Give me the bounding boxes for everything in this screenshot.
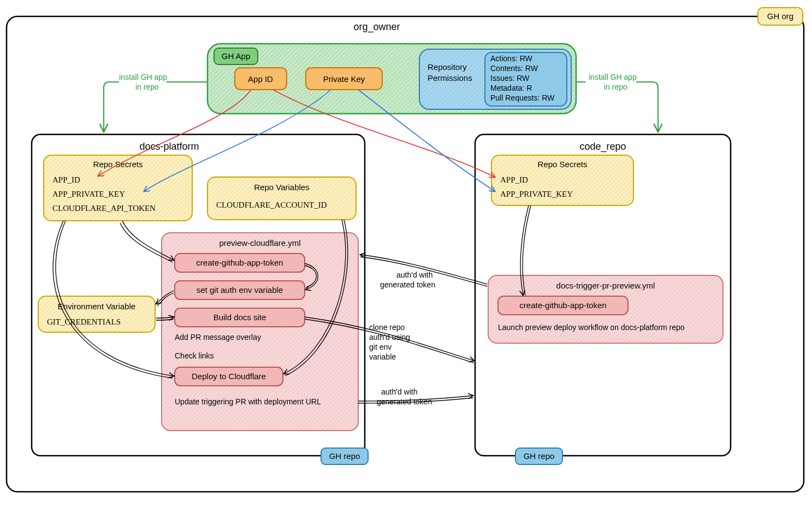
svg-text:install GH app: install GH app xyxy=(119,73,167,81)
repo-permissions-box: RepositoryPermissions Actions: RW Conten… xyxy=(419,49,571,109)
svg-text:docs-trigger-pr-preview.yml: docs-trigger-pr-preview.yml xyxy=(556,281,655,290)
install-right: install GH app in repo xyxy=(576,73,658,131)
code-repo: code_repo Repo Secrets APP_ID APP_PRIVAT… xyxy=(475,134,731,464)
code-repo-badge: GH repo xyxy=(524,451,555,461)
svg-text:Contents: RW: Contents: RW xyxy=(490,64,538,73)
svg-text:clone repo: clone repo xyxy=(369,323,405,332)
svg-text:Actions: RW: Actions: RW xyxy=(490,54,533,63)
svg-text:auth'd with: auth'd with xyxy=(381,387,418,396)
svg-text:App ID: App ID xyxy=(248,74,273,84)
app-id-box: App ID xyxy=(235,68,287,90)
svg-text:in repo: in repo xyxy=(135,83,159,91)
svg-text:in repo: in repo xyxy=(604,83,627,91)
docs-platform-repo: docs-platform Repo Secrets APP_ID APP_PR… xyxy=(32,134,368,464)
svg-text:Update triggering PR with depl: Update triggering PR with deployment URL xyxy=(175,397,321,406)
diagram-canvas: org_owner GH org GH App App ID Private K… xyxy=(0,0,812,518)
code-repo-secrets: Repo Secrets APP_ID APP_PRIVATE_KEY xyxy=(491,155,633,205)
svg-text:Issues: RW: Issues: RW xyxy=(490,74,530,83)
svg-text:Check links: Check links xyxy=(175,351,214,360)
svg-text:Add PR message overlay: Add PR message overlay xyxy=(175,333,261,342)
docs-wf-step4: Deploy to Cloudflare xyxy=(192,372,266,381)
docs-repo-variables: Repo Variables CLOUDFLARE_ACCOUNT_ID xyxy=(208,177,356,220)
svg-text:CLOUDFLARE_API_TOKEN: CLOUDFLARE_API_TOKEN xyxy=(52,204,156,213)
svg-text:APP_PRIVATE_KEY: APP_PRIVATE_KEY xyxy=(52,190,125,198)
svg-text:git env: git env xyxy=(369,343,392,351)
svg-text:Private Key: Private Key xyxy=(323,74,365,84)
svg-text:generated token: generated token xyxy=(380,280,435,289)
svg-text:Repo Secrets: Repo Secrets xyxy=(538,160,588,169)
code-workflow: docs-trigger-pr-preview.yml create-githu… xyxy=(488,275,723,343)
svg-text:Environment Variable: Environment Variable xyxy=(58,302,135,311)
svg-text:auth'd with: auth'd with xyxy=(396,270,433,279)
docs-wf-step2: set git auth env variable xyxy=(197,285,283,295)
svg-text:GIT_CREDENTIALS: GIT_CREDENTIALS xyxy=(47,317,121,326)
code-repo-title: code_repo xyxy=(579,141,626,152)
svg-text:Pull Requests: RW: Pull Requests: RW xyxy=(490,93,555,102)
docs-wf-step1: create-github-app-token xyxy=(196,258,283,267)
svg-text:variable: variable xyxy=(369,352,396,361)
docs-env-var: Environment Variable GIT_CREDENTIALS xyxy=(38,296,155,332)
docs-repo-badge: GH repo xyxy=(329,451,360,461)
svg-text:preview-cloudflare.yml: preview-cloudflare.yml xyxy=(219,238,300,248)
svg-text:Launch preview deploy workflow: Launch preview deploy workflow on docs-p… xyxy=(498,323,685,332)
svg-text:APP_ID: APP_ID xyxy=(52,175,80,184)
install-left: install GH app in repo xyxy=(104,73,208,131)
org-badge: GH org xyxy=(758,8,803,25)
svg-text:APP_ID: APP_ID xyxy=(500,175,528,184)
svg-text:CLOUDFLARE_ACCOUNT_ID: CLOUDFLARE_ACCOUNT_ID xyxy=(216,201,327,209)
svg-text:auth'd using: auth'd using xyxy=(369,333,410,342)
svg-text:APP_PRIVATE_KEY: APP_PRIVATE_KEY xyxy=(500,190,573,198)
org-title: org_owner xyxy=(353,21,400,33)
docs-platform-title: docs-platform xyxy=(139,141,199,152)
docs-wf-step3: Build docs site xyxy=(214,313,266,322)
code-wf-step1: create-github-app-token xyxy=(519,301,606,310)
svg-text:Metadata: R: Metadata: R xyxy=(490,84,532,92)
svg-text:generated token: generated token xyxy=(377,397,432,406)
svg-text:Repo Variables: Repo Variables xyxy=(254,183,309,192)
gh-app-box: GH App App ID Private Key RepositoryPerm… xyxy=(208,44,576,114)
gh-app-badge: GH App xyxy=(222,51,251,61)
svg-text:GH org: GH org xyxy=(767,11,793,21)
private-key-box: Private Key xyxy=(306,68,382,90)
svg-text:install GH app: install GH app xyxy=(589,73,637,81)
